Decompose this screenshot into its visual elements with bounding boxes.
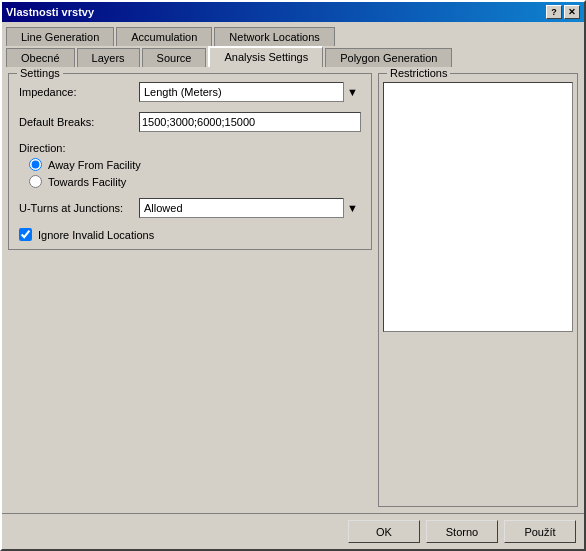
uturns-select[interactable]: Allowed Not Allowed At Dead Ends Only (139, 198, 361, 218)
uturns-select-wrapper: Allowed Not Allowed At Dead Ends Only ▼ (139, 198, 361, 218)
ignore-invalid-row: Ignore Invalid Locations (19, 228, 361, 241)
restrictions-title: Restrictions (387, 67, 450, 79)
ok-button[interactable]: OK (348, 520, 420, 543)
tab-obecne[interactable]: Obecné (6, 48, 75, 67)
impedance-label: Impedance: (19, 86, 139, 98)
impedance-select-wrapper: Length (Meters) Time (Minutes) ▼ (139, 82, 361, 102)
uturns-row: U-Turns at Junctions: Allowed Not Allowe… (19, 198, 361, 218)
radio-towards-facility: Towards Facility (19, 175, 361, 188)
ignore-invalid-label: Ignore Invalid Locations (38, 229, 154, 241)
impedance-select[interactable]: Length (Meters) Time (Minutes) (139, 82, 361, 102)
tabs-row1: Line Generation Accumulation Network Loc… (2, 25, 584, 46)
window-title: Vlastnosti vrstvy (6, 6, 94, 18)
restrictions-panel: Restrictions (378, 73, 578, 507)
title-bar-buttons: ? ✕ (546, 5, 580, 19)
settings-group-title: Settings (17, 67, 63, 79)
default-breaks-input[interactable] (139, 112, 361, 132)
radio-towards-input[interactable] (29, 175, 42, 188)
storno-button[interactable]: Storno (426, 520, 498, 543)
tab-source[interactable]: Source (142, 48, 207, 67)
tab-polygon-generation[interactable]: Polygon Generation (325, 48, 452, 67)
radio-towards-label: Towards Facility (48, 176, 126, 188)
tab-line-generation[interactable]: Line Generation (6, 27, 114, 46)
tab-accumulation[interactable]: Accumulation (116, 27, 212, 46)
tab-network-locations[interactable]: Network Locations (214, 27, 335, 46)
main-window: Vlastnosti vrstvy ? ✕ Line Generation Ac… (0, 0, 586, 551)
tab-analysis-settings[interactable]: Analysis Settings (208, 46, 323, 67)
help-button[interactable]: ? (546, 5, 562, 19)
impedance-row: Impedance: Length (Meters) Time (Minutes… (19, 82, 361, 102)
direction-group: Direction: Away From Facility Towards Fa… (19, 142, 361, 188)
ignore-invalid-checkbox[interactable] (19, 228, 32, 241)
restrictions-list[interactable] (383, 82, 573, 332)
restrictions-group: Restrictions (378, 73, 578, 507)
direction-label: Direction: (19, 142, 361, 154)
settings-panel: Settings Impedance: Length (Meters) Time… (8, 73, 372, 507)
uturns-label: U-Turns at Junctions: (19, 202, 139, 214)
title-bar: Vlastnosti vrstvy ? ✕ (2, 2, 584, 22)
radio-away-label: Away From Facility (48, 159, 141, 171)
content-area: Settings Impedance: Length (Meters) Time… (2, 67, 584, 513)
pouzit-button[interactable]: Použít (504, 520, 576, 543)
close-button[interactable]: ✕ (564, 5, 580, 19)
radio-away-input[interactable] (29, 158, 42, 171)
settings-group: Settings Impedance: Length (Meters) Time… (8, 73, 372, 250)
default-breaks-label: Default Breaks: (19, 116, 139, 128)
bottom-bar: OK Storno Použít (2, 513, 584, 549)
tab-layers[interactable]: Layers (77, 48, 140, 67)
tabs-row2: Obecné Layers Source Analysis Settings P… (2, 46, 584, 67)
default-breaks-row: Default Breaks: (19, 112, 361, 132)
radio-away-facility: Away From Facility (19, 158, 361, 171)
